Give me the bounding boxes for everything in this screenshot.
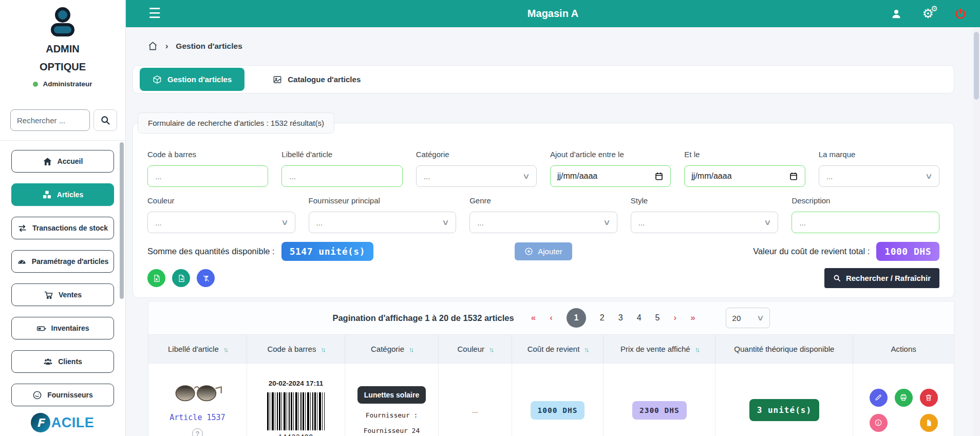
date-fin-input[interactable]: jj/mm/aaaa bbox=[684, 165, 805, 187]
page-scrollbar[interactable] bbox=[973, 27, 980, 436]
description-input[interactable] bbox=[791, 212, 939, 233]
th-couleur[interactable]: Couleur↑↓ bbox=[438, 335, 512, 364]
calendar-icon[interactable] bbox=[789, 172, 798, 181]
sidebar-item-fournisseurs[interactable]: Fournisseurs bbox=[11, 384, 114, 406]
pagination-page-5[interactable]: 5 bbox=[655, 313, 660, 323]
th-libelle[interactable]: Libellé d'article↑↓ bbox=[148, 335, 247, 364]
th-prix[interactable]: Prix de vente affiché↑↓ bbox=[604, 335, 715, 364]
info-button[interactable] bbox=[870, 414, 888, 432]
boxes-icon bbox=[42, 190, 52, 200]
article-name-link[interactable]: Article 1537 bbox=[148, 413, 247, 422]
pagination-first-button[interactable]: « bbox=[531, 313, 536, 323]
pagination-page-1[interactable]: 1 bbox=[567, 308, 586, 328]
power-icon[interactable] bbox=[954, 8, 967, 20]
sidebar-item-parametrage[interactable]: Paramétrage d'articles bbox=[11, 250, 114, 273]
sidebar-item-transactions[interactable]: Transactions de stock bbox=[11, 217, 114, 239]
tab-gestion-articles[interactable]: Gestion d'articles bbox=[140, 68, 244, 91]
pagination-page-3[interactable]: 3 bbox=[618, 313, 623, 323]
sidebar-search-button[interactable] bbox=[93, 109, 117, 131]
tabs-bar: Gestion d'articles Catalogue d'articles bbox=[133, 65, 954, 93]
cell-cout: 1000 DHS bbox=[512, 364, 604, 436]
th-actions: Actions bbox=[853, 335, 954, 364]
user-icon[interactable] bbox=[891, 8, 902, 20]
date-debut-input[interactable]: jj/mm/aaaa bbox=[550, 165, 671, 187]
sidebar-item-inventaires[interactable]: Inventaires bbox=[11, 317, 114, 339]
users-icon bbox=[43, 357, 53, 367]
cost-total-label: Valeur du coût de revient total : bbox=[753, 247, 870, 256]
marque-select[interactable]: ... ∨ bbox=[819, 165, 939, 187]
sort-icon: ↑↓ bbox=[489, 346, 493, 353]
code-barres-input[interactable] bbox=[147, 165, 268, 187]
search-button-label: Rechercher / Rafraîchir bbox=[846, 274, 931, 282]
edit-button[interactable] bbox=[870, 389, 888, 407]
date-placeholder: jj/mm/aaaa bbox=[691, 172, 731, 181]
export-file-button[interactable] bbox=[172, 269, 190, 287]
sidebar-item-label: Inventaires bbox=[51, 324, 89, 332]
pencil-icon bbox=[874, 393, 882, 402]
page-size-select[interactable]: 20 ∨ bbox=[726, 308, 770, 328]
breadcrumb-current[interactable]: Gestion d'articles bbox=[176, 42, 242, 51]
tab-catalogue-articles[interactable]: Catalogue d'articles bbox=[260, 68, 373, 91]
sort-icon: ↑↓ bbox=[409, 346, 412, 353]
file-icon bbox=[925, 419, 933, 427]
user-role: Administrateur bbox=[43, 80, 92, 88]
categorie-select[interactable]: ... ∨ bbox=[416, 165, 537, 187]
field-label-description: Description bbox=[791, 196, 939, 205]
pagination-last-button[interactable]: » bbox=[690, 313, 695, 323]
file-export-icon bbox=[177, 274, 185, 282]
search-icon bbox=[100, 115, 110, 125]
calendar-icon[interactable] bbox=[654, 172, 664, 181]
tab-label: Gestion d'articles bbox=[167, 75, 232, 84]
select-value: ... bbox=[424, 172, 430, 181]
chevron-down-icon: ∨ bbox=[280, 218, 288, 227]
field-label-libelle: Libellé d'article bbox=[281, 150, 402, 159]
clear-filter-button[interactable] bbox=[197, 269, 215, 287]
cogs-icon[interactable]: ⚙⚙ bbox=[922, 7, 934, 20]
libelle-input[interactable] bbox=[281, 165, 402, 187]
pagination-prev-button[interactable]: ‹ bbox=[550, 313, 553, 323]
th-code-barres[interactable]: Code à barres↑↓ bbox=[247, 335, 345, 364]
sidebar-scrollbar-thumb[interactable] bbox=[120, 142, 124, 299]
qty-sum-badge: 5147 unité(s) bbox=[281, 242, 373, 261]
field-label-code-barres: Code à barres bbox=[147, 150, 268, 159]
sidebar-item-articles[interactable]: Articles bbox=[11, 183, 114, 206]
sidebar-item-accueil[interactable]: Accueil bbox=[11, 150, 114, 173]
hamburger-menu-icon[interactable]: ☰ bbox=[148, 7, 161, 21]
document-button[interactable] bbox=[920, 414, 938, 432]
pagination-page-4[interactable]: 4 bbox=[637, 313, 642, 323]
articles-table: Libellé d'article↑↓ Code à barres↑↓ Caté… bbox=[148, 334, 954, 436]
exchange-icon bbox=[17, 223, 27, 233]
field-label-marque: La marque bbox=[819, 150, 939, 159]
category-badge: Lunettes solaire bbox=[357, 386, 426, 404]
genre-select[interactable]: ... ∨ bbox=[469, 212, 617, 233]
sort-icon: ↑↓ bbox=[695, 346, 699, 353]
th-cout[interactable]: Coût de revient↑↓ bbox=[512, 335, 604, 364]
pagination-next-button[interactable]: › bbox=[673, 313, 676, 323]
page-scrollbar-thumb[interactable] bbox=[974, 32, 979, 100]
search-icon bbox=[833, 274, 841, 282]
price-badge: 2300 DHS bbox=[632, 401, 687, 420]
style-select[interactable]: ... ∨ bbox=[631, 212, 779, 233]
breadcrumb-home-icon[interactable] bbox=[148, 41, 158, 51]
search-refresh-button[interactable]: Rechercher / Rafraîchir bbox=[824, 268, 939, 288]
add-article-button[interactable]: Ajouter bbox=[515, 242, 572, 260]
help-icon[interactable]: ? bbox=[192, 428, 203, 436]
article-date: 20-02-2024 17:11 bbox=[247, 380, 345, 387]
chevron-down-icon: ∨ bbox=[756, 313, 764, 323]
fournisseur-select[interactable]: ... ∨ bbox=[309, 212, 457, 233]
sidebar-item-clients[interactable]: Clients bbox=[11, 350, 114, 373]
sidebar-item-label: Fournisseurs bbox=[47, 391, 93, 399]
sidebar-search-input[interactable] bbox=[10, 109, 90, 131]
print-button[interactable] bbox=[895, 389, 913, 407]
cell-code-barres: 20-02-2024 17:11 14422499 bbox=[247, 364, 345, 436]
couleur-select[interactable]: ... ∨ bbox=[147, 212, 295, 233]
pagination-page-2[interactable]: 2 bbox=[600, 313, 605, 323]
sidebar-item-ventes[interactable]: Ventes bbox=[11, 283, 114, 306]
delete-button[interactable] bbox=[920, 389, 938, 407]
export-excel-button[interactable] bbox=[147, 269, 165, 287]
headset-icon bbox=[32, 390, 42, 400]
th-categorie[interactable]: Catégorie↑↓ bbox=[345, 335, 439, 364]
search-form-card: Formulaire de recherche d'articles : 153… bbox=[133, 123, 954, 298]
user-avatar-icon bbox=[46, 6, 80, 38]
page-size-value: 20 bbox=[732, 314, 741, 323]
